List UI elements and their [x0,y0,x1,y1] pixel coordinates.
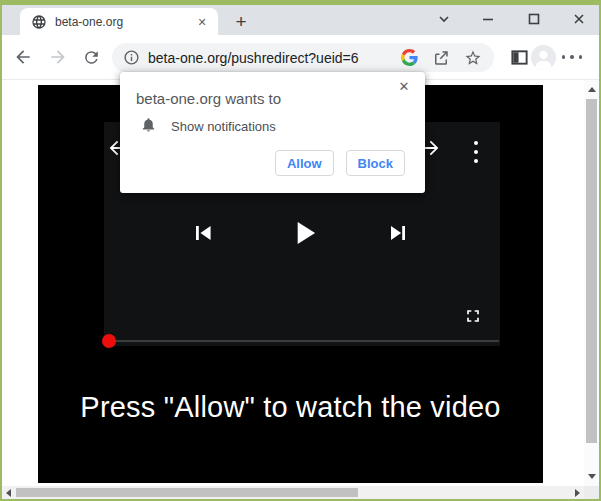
popup-title: beta-one.org wants to [136,90,281,107]
allow-button[interactable]: Allow [275,150,334,176]
skip-next-icon[interactable] [383,218,413,248]
star-icon[interactable] [464,49,482,67]
scroll-right-icon[interactable] [575,489,580,497]
kebab-menu-icon[interactable] [559,44,585,70]
avatar[interactable] [531,45,556,70]
new-tab-button[interactable]: + [228,9,254,35]
play-icon[interactable] [285,214,323,252]
chevron-down-icon[interactable] [435,10,453,28]
skip-previous-icon[interactable] [188,218,218,248]
tab-title: beta-one.org [55,15,194,29]
side-panel-icon[interactable] [506,44,532,70]
page-caption: Press "Allow" to watch the video [38,391,543,424]
tab-beta-one[interactable]: beta-one.org ✕ [20,8,218,35]
scroll-down-icon[interactable] [588,474,596,479]
fullscreen-icon[interactable] [462,305,484,327]
scroll-left-icon[interactable] [6,489,11,497]
notification-permission-popup: ✕ beta-one.org wants to Show notificatio… [120,72,425,193]
globe-icon [31,14,47,30]
permission-row: Show notifications [140,116,276,137]
vertical-scrollbar-thumb[interactable] [586,99,597,443]
info-icon[interactable] [122,49,140,67]
block-button[interactable]: Block [346,150,405,176]
minimize-icon[interactable] [479,10,497,28]
address-bar[interactable]: beta-one.org/pushredirect?ueid=6 [112,43,494,72]
popup-buttons: Allow Block [275,150,405,176]
google-g-icon[interactable] [400,49,418,67]
progress-bar[interactable] [109,340,499,342]
url-text: beta-one.org/pushredirect?ueid=6 [148,50,386,66]
progress-handle[interactable] [102,334,116,348]
tab-close-icon[interactable]: ✕ [194,14,210,30]
maximize-icon[interactable] [525,10,543,28]
popup-close-icon[interactable]: ✕ [395,78,413,96]
vertical-scrollbar[interactable] [584,80,599,486]
horizontal-scrollbar-thumb[interactable] [16,488,358,497]
reload-icon[interactable] [80,46,102,68]
tab-strip: beta-one.org ✕ + [2,5,599,35]
back-arrow-icon[interactable] [12,46,34,68]
forward-arrow-icon[interactable] [47,46,69,68]
share-icon[interactable] [432,49,450,67]
scrollbar-corner [584,486,599,499]
permission-label: Show notifications [171,119,276,134]
scroll-up-icon[interactable] [588,87,596,92]
player-kebab-menu-icon[interactable] [468,136,484,168]
bell-icon [140,116,157,137]
browser-window: beta-one.org ✕ + bet [0,0,601,501]
close-icon[interactable] [570,10,588,28]
horizontal-scrollbar[interactable] [2,486,584,499]
